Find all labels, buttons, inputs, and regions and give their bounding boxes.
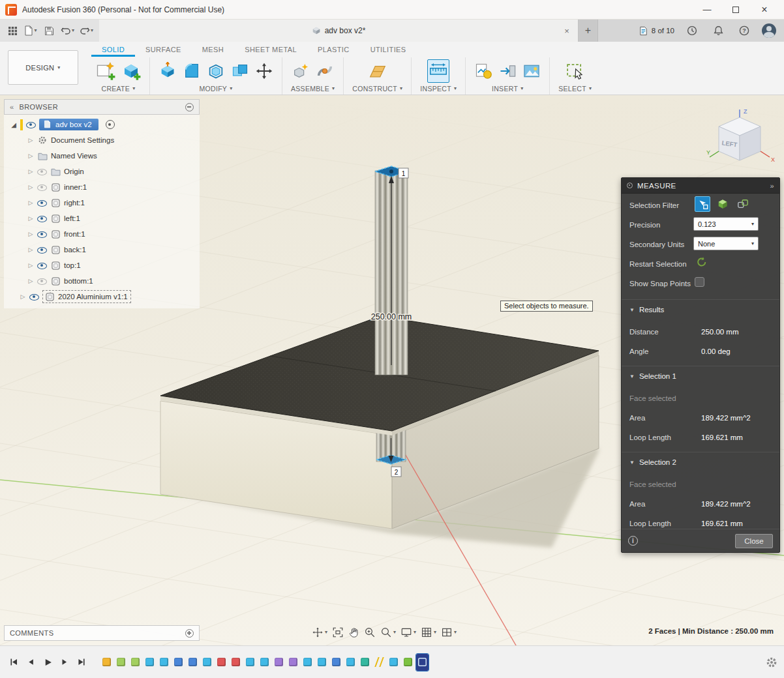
- browser-item-named-views[interactable]: ▷ Named Views: [4, 148, 200, 164]
- measure-dialog-header[interactable]: MEASURE »: [622, 178, 779, 194]
- insert-svg-icon[interactable]: [474, 62, 492, 80]
- timeline-feature-icon[interactable]: [287, 654, 299, 671]
- timeline-feature-icon[interactable]: [387, 654, 400, 671]
- shell-icon[interactable]: [207, 62, 225, 80]
- timeline-feature-icon[interactable]: [373, 654, 385, 671]
- visibility-eye-icon[interactable]: [37, 199, 47, 207]
- visibility-eye-icon[interactable]: [37, 183, 47, 192]
- maximize-button[interactable]: [721, 0, 750, 19]
- expand-icon[interactable]: ▷: [27, 215, 34, 222]
- timeline-feature-icon[interactable]: [230, 654, 242, 671]
- orbit-button[interactable]: ▾: [312, 624, 327, 641]
- tab-solid[interactable]: SOLID: [91, 42, 135, 57]
- timeline-feature-icon[interactable]: [344, 654, 357, 671]
- workspace-selector[interactable]: DESIGN ▾: [8, 50, 78, 85]
- tab-close-button[interactable]: ×: [561, 25, 573, 37]
- browser-item-right[interactable]: ▷ right:1: [4, 195, 200, 211]
- timeline-feature-icon[interactable]: [330, 654, 342, 671]
- new-component-icon[interactable]: [292, 62, 310, 80]
- tab-mesh[interactable]: MESH: [192, 42, 234, 57]
- results-section-header[interactable]: ▼ Results: [629, 306, 664, 314]
- filter-components-button[interactable]: [735, 196, 751, 212]
- insert-mesh-icon[interactable]: [498, 62, 517, 80]
- decal-image-icon[interactable]: [522, 62, 541, 80]
- group-label-select[interactable]: SELECT▾: [558, 85, 592, 93]
- group-label-construct[interactable]: CONSTRUCT▾: [352, 85, 402, 93]
- timeline-feature-icon[interactable]: [115, 654, 127, 671]
- pan-button[interactable]: [348, 624, 359, 641]
- expand-icon[interactable]: ▷: [27, 153, 34, 159]
- browser-root-item[interactable]: ◢ adv box v2: [4, 117, 200, 132]
- selection1-section-header[interactable]: ▼ Selection 1: [629, 372, 676, 380]
- timeline-feature-icon[interactable]: [215, 654, 228, 671]
- group-label-create[interactable]: CREATE▾: [102, 85, 136, 93]
- timeline-settings-button[interactable]: [766, 656, 777, 668]
- secondary-units-dropdown[interactable]: None ▾: [693, 237, 759, 250]
- timeline-feature-icon[interactable]: [258, 654, 271, 671]
- timeline-feature-icon[interactable]: [129, 654, 142, 671]
- tab-sheet-metal[interactable]: SHEET METAL: [234, 42, 307, 57]
- group-label-modify[interactable]: MODIFY▾: [200, 85, 233, 93]
- expand-icon[interactable]: ▷: [27, 137, 34, 143]
- group-label-inspect[interactable]: INSPECT▾: [420, 85, 457, 93]
- move-copy-icon[interactable]: [255, 62, 273, 80]
- timeline-feature-icon[interactable]: [201, 654, 213, 671]
- joint-icon[interactable]: [316, 62, 334, 80]
- collapse-browser-button[interactable]: [185, 103, 194, 111]
- help-button[interactable]: ?: [736, 22, 753, 39]
- view-cube[interactable]: LEFT Z Y X: [706, 107, 777, 172]
- create-solid-icon[interactable]: [121, 61, 141, 81]
- snap-points-checkbox[interactable]: [695, 277, 704, 287]
- expand-icon[interactable]: ▷: [27, 246, 34, 253]
- close-dialog-button[interactable]: Close: [735, 534, 773, 548]
- construct-plane-icon[interactable]: [368, 61, 387, 81]
- timeline-feature-selected[interactable]: [416, 654, 429, 671]
- timeline-feature-icon[interactable]: [143, 654, 156, 671]
- timeline-feature-icon[interactable]: [158, 654, 170, 671]
- timeline-feature-icon[interactable]: [402, 654, 414, 671]
- new-tab-button[interactable]: +: [579, 20, 598, 42]
- viewports-button[interactable]: ▾: [441, 624, 457, 641]
- selection2-section-header[interactable]: ▼ Selection 2: [629, 458, 676, 466]
- tab-plastic[interactable]: PLASTIC: [307, 42, 360, 57]
- timeline-feature-icon[interactable]: [187, 654, 199, 671]
- timeline-go-to-end-button[interactable]: [74, 655, 89, 670]
- timeline-feature-icon[interactable]: [100, 654, 113, 671]
- viewport[interactable]: 250.00 mm 1 2 « BROWSER ◢: [0, 95, 784, 645]
- group-label-assemble[interactable]: ASSEMBLE▾: [291, 85, 335, 93]
- alerts-button[interactable]: [710, 22, 727, 39]
- notifications-history-button[interactable]: [684, 22, 701, 39]
- timeline-feature-icon[interactable]: [359, 654, 371, 671]
- select-icon[interactable]: [565, 61, 585, 81]
- browser-item-left[interactable]: ▷ left:1: [4, 211, 200, 226]
- visibility-eye-icon[interactable]: [26, 121, 36, 129]
- visibility-eye-icon[interactable]: [37, 168, 47, 176]
- visibility-eye-icon[interactable]: [37, 230, 47, 239]
- browser-item-top[interactable]: ▷ top:1: [4, 258, 200, 273]
- expand-icon[interactable]: ▷: [20, 293, 26, 300]
- display-settings-button[interactable]: ▾: [400, 624, 416, 641]
- timeline-step-forward-button[interactable]: [57, 655, 72, 670]
- root-selection-chip[interactable]: adv box v2: [39, 119, 98, 130]
- expand-icon[interactable]: ▷: [27, 168, 34, 175]
- timeline-feature-icon[interactable]: [172, 654, 185, 671]
- zoom-button[interactable]: ▾: [380, 624, 396, 641]
- comments-bar[interactable]: COMMENTS: [4, 625, 200, 641]
- browser-item-inner[interactable]: ▷ inner:1: [4, 179, 200, 195]
- user-avatar[interactable]: [762, 23, 776, 38]
- press-pull-icon[interactable]: [158, 62, 177, 80]
- undo-button[interactable]: ▾: [59, 22, 76, 39]
- save-button[interactable]: [40, 22, 57, 39]
- dialog-expand-icon[interactable]: »: [770, 182, 774, 190]
- timeline-feature-icon[interactable]: [273, 654, 285, 671]
- filter-faces-button[interactable]: [695, 196, 710, 212]
- expand-icon[interactable]: ▷: [27, 199, 34, 206]
- collapse-panel-icon[interactable]: «: [10, 103, 14, 111]
- timeline-feature-icon[interactable]: [244, 654, 256, 671]
- timeline-feature-icon[interactable]: [316, 654, 328, 671]
- create-sketch-icon[interactable]: [96, 61, 115, 81]
- visibility-eye-icon[interactable]: [37, 277, 47, 286]
- browser-item-back[interactable]: ▷ back:1: [4, 242, 200, 258]
- browser-item-origin[interactable]: ▷ Origin: [4, 164, 200, 179]
- minimize-button[interactable]: —: [693, 0, 721, 19]
